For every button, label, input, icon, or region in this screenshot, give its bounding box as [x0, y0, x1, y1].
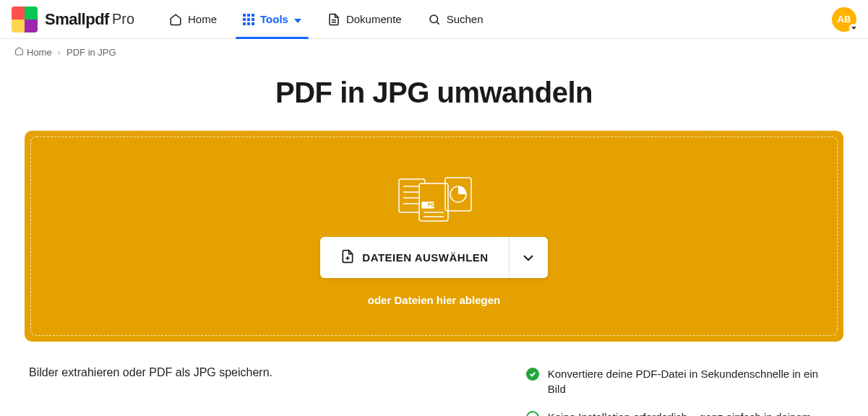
nav-documents[interactable]: Dokumente [314, 0, 415, 39]
brand-tier: Pro [112, 11, 134, 27]
nav-label: Dokumente [346, 13, 402, 25]
benefit-item: Keine Installation erforderlich – ganz e… [526, 410, 839, 416]
svg-rect-4 [247, 18, 250, 21]
file-add-icon [340, 248, 355, 266]
search-icon [428, 13, 441, 26]
svg-rect-0 [243, 14, 246, 17]
brand-logo[interactable] [12, 6, 38, 32]
document-icon [327, 13, 340, 26]
nav-tools[interactable]: Tools [230, 0, 314, 39]
svg-rect-5 [252, 18, 254, 21]
nav-search[interactable]: Suchen [415, 0, 497, 39]
home-icon [169, 13, 182, 26]
caret-down-icon [294, 13, 301, 25]
caret-down-icon [849, 24, 858, 32]
breadcrumb-separator: › [58, 47, 61, 58]
nav-label: Suchen [447, 13, 484, 25]
nav-label: Home [188, 13, 217, 25]
benefit-text: Keine Installation erforderlich – ganz e… [548, 410, 811, 416]
breadcrumb-label: Home [27, 47, 52, 58]
svg-line-12 [437, 22, 439, 24]
avatar-initials: AB [838, 14, 851, 25]
breadcrumb-home[interactable]: Home [14, 46, 52, 58]
benefit-text: Konvertiere deine PDF-Datei in Sekundens… [548, 366, 839, 396]
svg-rect-6 [243, 22, 246, 25]
choose-files-button[interactable]: DATEIEN AUSWÄHLEN [320, 237, 508, 278]
svg-rect-1 [247, 14, 250, 17]
chevron-down-icon [523, 251, 534, 264]
check-icon [526, 368, 539, 381]
svg-rect-3 [243, 18, 246, 21]
page-title: PDF in JPG umwandeln [0, 77, 868, 109]
files-illustration-icon: PDF [395, 173, 474, 224]
benefit-item: Konvertiere deine PDF-Datei in Sekundens… [526, 366, 839, 396]
nav-label: Tools [260, 13, 288, 25]
home-icon [14, 46, 24, 58]
choose-files-label: DATEIEN AUSWÄHLEN [362, 251, 488, 264]
svg-rect-2 [252, 14, 254, 17]
grid-icon [243, 14, 254, 25]
user-avatar[interactable]: AB [832, 7, 856, 32]
breadcrumb: Home › PDF in JPG [0, 39, 868, 58]
brand-name: Smallpdf [45, 10, 109, 29]
check-icon [526, 411, 539, 416]
svg-text:PDF: PDF [428, 202, 439, 207]
svg-rect-8 [252, 22, 254, 25]
dropzone[interactable]: PDF DATEIEN AUSWÄHLEN oder Dateien hier … [25, 131, 843, 342]
breadcrumb-current: PDF in JPG [66, 47, 116, 58]
svg-rect-7 [247, 22, 250, 25]
sub-description: Bilder extrahieren oder PDF als JPG spei… [29, 366, 483, 416]
nav-home[interactable]: Home [156, 0, 230, 39]
choose-files-dropdown[interactable] [509, 237, 548, 278]
dropzone-hint: oder Dateien hier ablegen [368, 294, 500, 306]
svg-point-11 [430, 15, 438, 23]
